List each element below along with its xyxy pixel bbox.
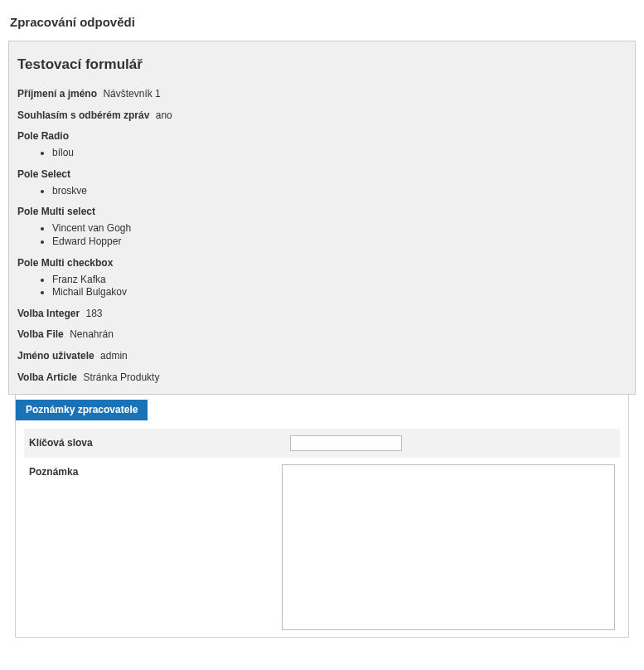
note-label: Poznámka (29, 464, 282, 478)
row-keywords: Klíčová slova (24, 429, 620, 458)
field-file: Volba File Nenahrán (17, 328, 627, 342)
field-article-label: Volba Article (17, 371, 77, 383)
field-file-label: Volba File (17, 328, 64, 340)
list-item: broskve (52, 185, 627, 198)
list-item: Edward Hopper (52, 235, 627, 249)
field-consent: Souhlasím s odbérém zpráv ano (17, 109, 627, 123)
keywords-input[interactable] (290, 435, 402, 451)
field-username-value: admin (100, 350, 128, 362)
page-title: Zpracování odpovědi (10, 15, 636, 29)
field-consent-value: ano (156, 109, 172, 121)
field-integer-value: 183 (85, 308, 102, 319)
field-select-label: Pole Select (17, 168, 627, 180)
notes-form: Klíčová slova Poznámka (16, 420, 628, 637)
field-multicheckbox-values: Franz Kafka Michail Bulgakov (17, 274, 627, 299)
field-radio-values: bílou (17, 147, 627, 160)
field-consent-label: Souhlasím s odbérém zpráv (17, 109, 149, 121)
row-note: Poznámka (24, 458, 620, 637)
field-name-label: Příjmení a jméno (17, 88, 97, 100)
form-panel: Testovací formulář Příjmení a jméno Návš… (8, 41, 636, 395)
field-article: Volba Article Stránka Produkty (17, 371, 627, 385)
field-integer: Volba Integer 183 (17, 308, 627, 321)
field-article-value: Stránka Produkty (83, 371, 159, 383)
field-multiselect-values: Vincent van Gogh Edward Hopper (17, 222, 627, 248)
keywords-label: Klíčová slova (29, 435, 290, 449)
list-item: Franz Kafka (52, 274, 627, 287)
form-panel-title: Testovací formulář (17, 56, 627, 73)
field-multiselect-label: Pole Multi select (17, 206, 627, 217)
note-textarea[interactable] (282, 464, 615, 630)
field-username: Jméno uživatele admin (17, 350, 627, 363)
list-item: Vincent van Gogh (52, 222, 627, 235)
field-name-value: Návštevník 1 (103, 88, 160, 100)
field-radio-label: Pole Radio (17, 130, 627, 142)
list-item: Michail Bulgakov (52, 286, 627, 299)
list-item: bílou (52, 147, 627, 160)
field-integer-label: Volba Integer (17, 308, 80, 319)
tab-notes[interactable]: Poznámky zpracovatele (16, 400, 148, 420)
field-multicheckbox-label: Pole Multi checkbox (17, 257, 627, 269)
field-name: Příjmení a jméno Návštevník 1 (17, 88, 627, 101)
field-username-label: Jméno uživatele (17, 350, 94, 362)
field-file-value: Nenahrán (70, 328, 114, 340)
notes-section: Poznámky zpracovatele Klíčová slova Pozn… (15, 395, 629, 638)
field-select-values: broskve (17, 185, 627, 198)
